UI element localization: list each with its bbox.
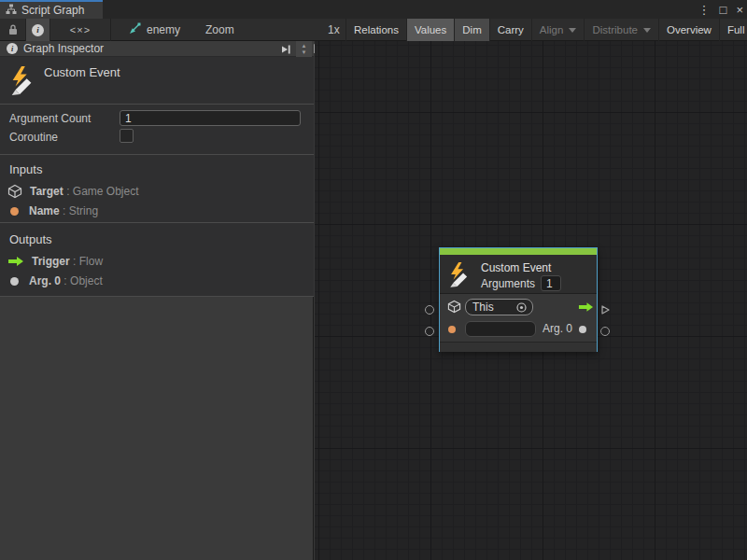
custom-event-icon <box>8 65 36 98</box>
tab-script-graph[interactable]: Script Graph <box>0 0 103 19</box>
input-row-name: Name : String <box>7 203 98 218</box>
section-divider <box>0 154 314 155</box>
output-row-arg0: Arg. 0 : Object <box>7 273 103 288</box>
dock-panel-button[interactable] <box>278 43 293 55</box>
port-name: Name <box>29 204 60 217</box>
port-name: Trigger <box>32 255 70 268</box>
arrow-up-icon[interactable]: ▲ <box>302 43 307 49</box>
port-type: String <box>69 204 98 217</box>
node-row-arg0: Arg. 0 <box>440 319 597 338</box>
align-dropdown[interactable]: Align <box>531 19 585 41</box>
panel-scroll-spinner[interactable]: ▲ ▼ <box>296 41 312 57</box>
port-type: Game Object <box>73 185 139 198</box>
inputs-heading: Inputs <box>9 162 42 176</box>
lock-button[interactable] <box>2 19 24 41</box>
distribute-dropdown[interactable]: Distribute <box>584 19 658 41</box>
node-header[interactable]: Custom Event Arguments 1 <box>440 255 597 294</box>
event-title: Custom Event <box>44 65 120 79</box>
info-icon: i <box>32 24 44 36</box>
graph-connector-icon <box>129 22 141 37</box>
breadcrumb[interactable]: enemy <box>129 19 180 41</box>
coroutine-checkbox[interactable] <box>120 129 134 143</box>
port-name: Arg. 0 <box>29 274 61 287</box>
node-input-port-target[interactable] <box>425 305 434 315</box>
inspector-sections: Custom Event Argument Count Coroutine In… <box>0 57 314 297</box>
script-graph-icon <box>6 4 17 18</box>
graph-inspector-title: Graph Inspector <box>23 42 104 55</box>
graph-canvas[interactable]: Custom Event Arguments 1 This <box>315 41 747 560</box>
toolbar: i <×> enemy Zoom 1x Relations Values Dim… <box>0 19 747 41</box>
code-preview-button[interactable]: <×> <box>54 19 106 41</box>
carry-button[interactable]: Carry <box>489 19 531 41</box>
section-divider <box>0 296 314 297</box>
toolbar-button-group: Relations Values Dim Carry Align Distrib… <box>345 19 747 41</box>
outputs-heading: Outputs <box>9 232 52 246</box>
cube-icon <box>7 184 22 199</box>
node-body: This Arg. 0 <box>440 295 597 342</box>
align-label: Align <box>540 24 564 35</box>
dock-icon <box>280 44 291 55</box>
zoom-value: 1x <box>328 19 340 41</box>
argument-count-label: Argument Count <box>9 112 91 125</box>
info-icon: i <box>7 43 18 54</box>
zoom-label: Zoom <box>205 19 234 41</box>
section-divider <box>0 222 314 223</box>
node-row-target: This <box>440 298 597 316</box>
type-separator: : <box>63 274 66 287</box>
cube-icon <box>447 300 461 316</box>
event-name-input[interactable] <box>465 321 536 337</box>
tab-label: Script Graph <box>21 4 84 17</box>
section-divider <box>0 104 314 105</box>
close-icon[interactable]: × <box>736 3 743 17</box>
event-title-row: Custom Event <box>0 57 314 104</box>
node-output-port-arg0[interactable] <box>600 327 610 336</box>
node-title: Custom Event <box>481 261 551 274</box>
window-menu-icon[interactable]: ⋮ <box>698 3 711 17</box>
inspector-toggle-button[interactable]: i <box>25 19 50 41</box>
node-input-port-name[interactable] <box>425 327 434 336</box>
arrow-down-icon[interactable]: ▼ <box>302 49 307 56</box>
input-row-target: Target : Game Object <box>7 184 139 199</box>
fullscreen-button[interactable]: Full Screen <box>719 19 747 41</box>
port-type: Object <box>70 274 103 287</box>
chevron-down-icon <box>569 28 576 33</box>
node-arguments-label: Arguments <box>481 277 535 290</box>
node-color-bar <box>440 248 597 255</box>
target-dropdown-value: This <box>472 301 494 314</box>
flow-arrow-icon <box>7 256 24 267</box>
coroutine-label: Coroutine <box>9 131 58 144</box>
node-footer <box>440 342 597 352</box>
string-port-icon <box>10 207 19 216</box>
chevron-down-icon <box>643 28 651 33</box>
output-row-trigger: Trigger : Flow <box>7 254 103 269</box>
type-separator: : <box>63 204 65 217</box>
port-name: Target <box>30 185 63 198</box>
argument-count-input[interactable] <box>120 110 301 126</box>
node-output-port-trigger[interactable] <box>599 304 611 318</box>
values-button[interactable]: Values <box>406 19 454 41</box>
string-port-icon <box>448 326 456 333</box>
distribute-label: Distribute <box>592 24 638 35</box>
relations-button[interactable]: Relations <box>345 19 406 41</box>
node-arguments-value[interactable]: 1 <box>541 275 561 291</box>
toolbar-separator <box>110 19 111 41</box>
flow-port-triangle-icon <box>599 304 611 315</box>
object-port-icon <box>579 326 586 333</box>
dim-button[interactable]: Dim <box>454 19 488 41</box>
lock-icon <box>7 23 19 36</box>
custom-event-node[interactable]: Custom Event Arguments 1 This <box>439 247 598 352</box>
arg0-label: Arg. 0 <box>543 322 572 335</box>
type-separator: : <box>73 255 76 268</box>
graph-inspector-panel: i Graph Inspector ▲ ▼ Custom Event <box>0 41 314 560</box>
window-controls: ⋮ □ × <box>698 0 743 19</box>
overview-button[interactable]: Overview <box>658 19 719 41</box>
maximize-icon[interactable]: □ <box>720 3 727 17</box>
target-self-icon <box>515 301 528 314</box>
title-bar: Script Graph ⋮ □ × <box>0 0 747 19</box>
custom-event-icon <box>447 261 472 290</box>
target-dropdown[interactable]: This <box>465 299 533 315</box>
flow-arrow-icon <box>578 301 594 315</box>
port-type: Flow <box>79 255 103 268</box>
type-separator: : <box>66 185 69 198</box>
graph-inspector-header: i Graph Inspector ▲ ▼ <box>0 41 314 57</box>
